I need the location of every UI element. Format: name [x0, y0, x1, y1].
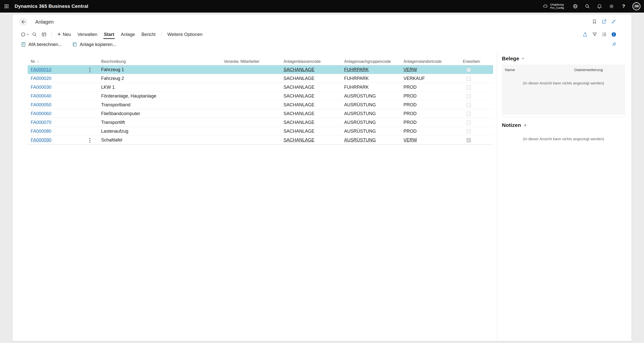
table-row[interactable]: FA000010 ⋮ Fahrzeug 1 SACHANLAGE FUHRPAR…	[28, 65, 493, 74]
filter-button[interactable]	[592, 31, 598, 37]
table-row[interactable]: FA000030 LKW 1 SACHANLAGE FUHRPARK PROD	[28, 83, 493, 92]
table-row[interactable]: FA000060 Fließbandcomputer SACHANLAGE AU…	[28, 109, 493, 118]
asset-number-link[interactable]: FA000010	[31, 67, 51, 72]
asset-number-link[interactable]: FA000070	[31, 120, 51, 125]
share-button[interactable]	[582, 31, 588, 37]
bookmark-icon	[592, 19, 597, 24]
belege-section-header[interactable]: Belege	[502, 56, 625, 62]
belege-list: Name Dateierweiterung (In dieser Ansicht…	[502, 65, 625, 115]
layout-options-button[interactable]	[601, 31, 607, 37]
anlage-menu[interactable]: Anlage	[117, 30, 138, 39]
back-button[interactable]	[19, 18, 27, 26]
cell-klassencode[interactable]: SACHANLAGE	[280, 65, 341, 74]
search-icon	[585, 4, 590, 9]
list-layout-icon	[601, 32, 607, 37]
notifications-button[interactable]	[594, 1, 605, 12]
column-header-erworben[interactable]: Erworben	[460, 59, 493, 64]
open-in-new-window-button[interactable]	[601, 19, 607, 25]
table-row[interactable]: FA000040 Förderanlage, Hauptanlage SACHA…	[28, 92, 493, 101]
gear-icon	[609, 4, 614, 9]
chevron-down-icon	[521, 57, 525, 60]
cell-verantw	[221, 136, 280, 144]
table-row[interactable]: FA000020 Fahrzeug 2 SACHANLAGE FUHRPARK …	[28, 74, 493, 83]
cell-klassencode: SACHANLAGE	[280, 127, 341, 136]
asset-number-link[interactable]: FA000090	[31, 137, 51, 143]
views-circle-icon	[21, 32, 26, 37]
asset-number-link[interactable]: FA000080	[31, 129, 51, 134]
start-menu[interactable]: Start	[101, 30, 117, 39]
anlage-kopieren-label: Anlage kopieren...	[80, 42, 116, 47]
cell-klassencode: SACHANLAGE	[280, 83, 341, 92]
manage-menu[interactable]: Verwalten	[74, 30, 101, 39]
cell-standortcode[interactable]: VERW	[400, 65, 460, 74]
table-row[interactable]: FA000090 ⋮ Schalttafel SACHANLAGE AUSRÜS…	[28, 136, 493, 144]
asset-number-link[interactable]: FA000050	[31, 102, 51, 108]
app-launcher-button[interactable]	[0, 0, 13, 13]
cell-verantw	[221, 101, 280, 109]
assets-table: Nr. ↑ Beschreibung Verantw. Mitarbeiter …	[28, 58, 493, 144]
cell-sachgruppencode: AUSRÜSTUNG	[341, 127, 400, 136]
table-row[interactable]: FA000070 Transportlift SACHANLAGE AUSRÜS…	[28, 118, 493, 127]
asset-number-link[interactable]: FA000040	[31, 93, 51, 99]
app-bar: Dynamics 365 Business Central Umgebung P…	[0, 0, 644, 13]
notizen-empty-message: (In dieser Ansicht kann nichts angezeigt…	[502, 137, 625, 141]
anlage-kopieren-button[interactable]: Anlage kopieren...	[72, 42, 116, 47]
waffle-icon	[4, 4, 9, 9]
column-header-verantw[interactable]: Verantw. Mitarbeiter	[221, 59, 280, 64]
cell-verantw	[221, 92, 280, 101]
factbox-pane: Belege Name Dateierweiterung (In dieser …	[502, 56, 625, 141]
notizen-title: Notizen	[502, 122, 521, 128]
new-button[interactable]: + Neu	[54, 30, 74, 39]
pin-button[interactable]	[611, 41, 617, 47]
start-label: Start	[104, 32, 114, 37]
collapse-button[interactable]	[611, 19, 617, 25]
cell-standortcode: PROD	[400, 101, 460, 109]
tellme-globe-button[interactable]	[570, 1, 581, 12]
bericht-menu[interactable]: Bericht	[138, 30, 159, 39]
cell-standortcode[interactable]: VERW	[400, 136, 460, 144]
cell-verantw	[221, 65, 280, 74]
column-header-standortcode[interactable]: Anlagenstandortcode	[400, 59, 460, 64]
column-header-klassencode[interactable]: Anlagenklassencode	[280, 59, 341, 64]
table-row[interactable]: FA000080 Lastenaufzug SACHANLAGE AUSRÜST…	[28, 127, 493, 136]
asset-number-link[interactable]: FA000030	[31, 85, 51, 90]
anlage-label: Anlage	[121, 32, 135, 37]
share-icon	[582, 32, 588, 37]
help-button[interactable]: ?	[618, 1, 629, 12]
table-row[interactable]: FA000050 Transportband SACHANLAGE AUSRÜS…	[28, 101, 493, 109]
pin-icon	[611, 41, 617, 47]
search-button[interactable]	[582, 1, 593, 12]
app-title: Dynamics 365 Business Central	[15, 4, 88, 9]
row-menu-icon[interactable]: ⋮	[87, 137, 93, 143]
more-options-menu[interactable]: Weitere Optionen	[164, 30, 206, 39]
settings-button[interactable]	[606, 1, 617, 12]
cell-beschreibung: Transportband	[98, 101, 221, 109]
column-header-sachgruppencode[interactable]: Anlagensachgruppencode	[341, 59, 400, 64]
avatar-initials: JW	[634, 5, 639, 8]
environment-badge[interactable]: Umgebung Pre_Config	[540, 2, 567, 11]
erworben-checkbox	[466, 76, 471, 81]
cell-klassencode[interactable]: SACHANLAGE	[280, 136, 341, 144]
cell-sachgruppencode[interactable]: AUSRÜSTUNG	[341, 136, 400, 144]
toolbar-separator	[161, 32, 162, 37]
user-avatar[interactable]: JW	[632, 2, 640, 10]
list-search-button[interactable]	[30, 30, 39, 39]
new-label: Neu	[63, 32, 71, 37]
page-views-button[interactable]	[20, 30, 30, 39]
column-header-beschreibung[interactable]: Beschreibung	[98, 59, 221, 64]
cell-standortcode: PROD	[400, 92, 460, 101]
afa-berechnen-button[interactable]: AfA berechnen...	[21, 42, 62, 47]
details-button[interactable]	[611, 31, 617, 37]
asset-number-link[interactable]: FA000020	[31, 76, 51, 81]
bookmark-button[interactable]	[591, 19, 597, 25]
column-header-nr[interactable]: Nr. ↑	[28, 59, 98, 64]
add-note-button[interactable]	[523, 123, 527, 127]
column-header-label: Nr.	[31, 59, 36, 64]
analysis-mode-button[interactable]	[39, 30, 49, 39]
row-menu-icon[interactable]: ⋮	[87, 67, 93, 72]
cell-beschreibung: Transportlift	[98, 118, 221, 127]
asset-number-link[interactable]: FA000060	[31, 111, 51, 116]
copy-icon	[72, 42, 77, 47]
cell-sachgruppencode[interactable]: FUHRPARK	[341, 65, 400, 74]
calculate-icon	[21, 42, 26, 47]
